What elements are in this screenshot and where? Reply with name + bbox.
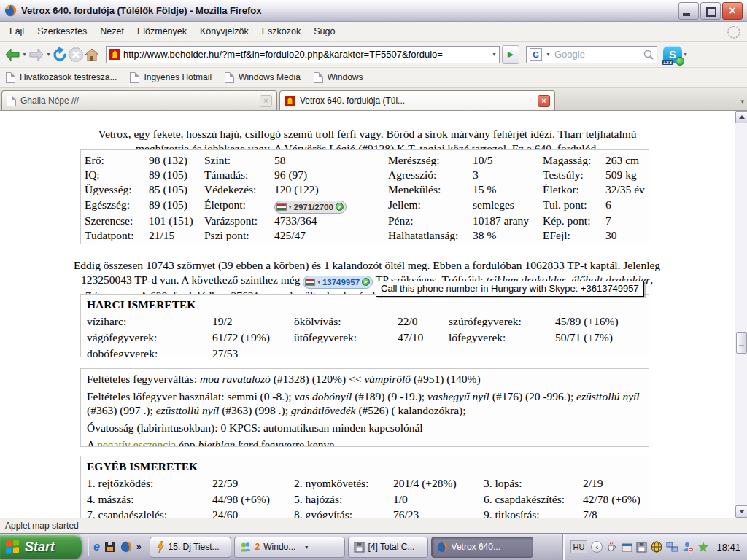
menu-file[interactable]: Fájl (3, 23, 31, 39)
menu-view[interactable]: Nézet (93, 23, 131, 39)
floppy-app-icon[interactable] (104, 541, 116, 553)
stat-value: 38 % (473, 228, 543, 243)
stat-value: 10187 arany (473, 214, 543, 228)
combat-skills-title: HARCI ISMERETEK (87, 298, 643, 311)
vertical-scrollbar[interactable] (735, 111, 747, 518)
restore-button[interactable] (700, 2, 721, 20)
bookmark-item[interactable]: Windows (314, 72, 363, 83)
stat-label: Egészség: (85, 198, 149, 214)
skill-value: 1/0 (393, 491, 484, 508)
skype-toolbar-button[interactable]: S 123 (663, 46, 682, 63)
toolbar-grip[interactable] (88, 538, 88, 556)
skype-number-badge[interactable]: ▾13749957 (303, 276, 373, 289)
url-input[interactable] (123, 49, 488, 60)
stat-value: 89 (105) (149, 168, 204, 182)
bookmark-item[interactable]: Ingyenes Hotmail (130, 72, 212, 83)
update-icon[interactable] (697, 541, 709, 553)
back-button[interactable] (4, 44, 21, 65)
task-firefox-vetrox[interactable]: Vetrox 640... (431, 537, 533, 558)
menu-edit[interactable]: Szerkesztés (31, 23, 93, 39)
forward-dropdown[interactable]: ▾ (45, 51, 52, 58)
search-bar[interactable]: G ▾ (526, 46, 657, 63)
messenger-status-icon[interactable] (682, 541, 694, 553)
skype-badge-dropdown[interactable]: ▾ (289, 200, 292, 214)
skill-label: ökölvívás: (294, 314, 398, 330)
skype-number-badge[interactable]: ▾2971/2700 (274, 201, 347, 214)
google-logo-icon: G (530, 48, 542, 61)
reload-button[interactable] (52, 44, 68, 65)
status-bar: Applet map started (0, 518, 747, 533)
skill-label: 5. hajózás: (294, 491, 393, 508)
bookmark-item[interactable]: Hivatkozások testresza... (6, 72, 117, 83)
skill-label: dobófegyverek: (87, 346, 212, 357)
task-total-commander[interactable]: [4] Total C... (348, 537, 428, 558)
page-content: Vetrox, egy fekete, hosszú hajú, csillog… (0, 111, 735, 518)
stat-value: 263 cm (605, 153, 649, 168)
floppy-tray-icon[interactable] (636, 542, 647, 553)
stat-value: 101 (151) (149, 214, 204, 228)
skype-call-icon[interactable] (362, 278, 370, 286)
bookmark-item[interactable]: Windows Media (225, 72, 301, 83)
url-bar[interactable]: ▾ (106, 46, 500, 63)
minimize-button[interactable] (678, 2, 699, 20)
tab-ghalla-nepe[interactable]: Ghalla Népe /// × (1, 90, 277, 110)
app-window-icon[interactable] (622, 542, 632, 553)
taskbar: Start e » 15. Dj Tiest... 2 Windo... ▾ [… (0, 533, 747, 560)
close-button[interactable]: × (722, 2, 743, 20)
task-winamp[interactable]: 15. Dj Tiest... (150, 537, 231, 558)
scroll-down-button[interactable] (735, 505, 747, 518)
internet-explorer-icon[interactable]: e (93, 540, 100, 553)
stop-button[interactable] (68, 44, 84, 65)
java-icon[interactable] (606, 541, 618, 553)
taskbar-clock[interactable]: 18:41 (716, 542, 740, 553)
stat-value: 32/35 év (605, 182, 649, 197)
menu-history[interactable]: Előzmények (131, 23, 193, 39)
search-engine-dropdown[interactable]: ▾ (545, 51, 551, 58)
tab-close-button[interactable]: × (538, 95, 550, 107)
stat-value: 85 (105) (149, 182, 204, 197)
search-icon[interactable] (643, 50, 654, 60)
url-dropdown[interactable]: ▾ (491, 51, 498, 58)
essence-link[interactable]: negatív esszencia (97, 438, 176, 447)
skill-label: lőfegyverek: (449, 330, 555, 346)
hungary-flag-icon (276, 203, 287, 211)
stat-value: semleges (473, 198, 543, 214)
stat-label: IQ: (85, 168, 149, 182)
menu-tools[interactable]: Eszközök (255, 23, 308, 39)
tab-close-button[interactable]: × (260, 95, 272, 107)
home-button[interactable] (84, 44, 100, 65)
network-icon[interactable] (666, 542, 678, 553)
forward-button[interactable] (28, 44, 45, 65)
stop-icon (68, 47, 84, 63)
firefox-quicklaunch-icon[interactable] (120, 541, 132, 553)
skype-call-icon[interactable] (336, 203, 344, 211)
language-indicator[interactable]: HU (570, 540, 588, 553)
stat-value: 10/5 (473, 153, 543, 168)
reload-icon (52, 47, 68, 63)
tab-list-dropdown[interactable]: ▾ (740, 98, 744, 105)
search-input[interactable] (554, 49, 640, 60)
arrow-up-icon (739, 115, 745, 119)
task-group-dropdown[interactable]: ▾ (301, 537, 308, 557)
hide-icons-chevron-button[interactable]: ‹ (591, 541, 603, 553)
back-dropdown[interactable]: ▾ (21, 51, 28, 58)
skill-value: 22/59 (212, 475, 294, 491)
skype-dropdown[interactable]: ▾ (682, 51, 689, 58)
scrollbar-thumb[interactable] (736, 332, 747, 354)
quick-launch-overflow-chevron[interactable]: » (136, 542, 142, 552)
skill-label: 3. lopás: (484, 475, 583, 491)
item-name: gránátlövedék (291, 404, 356, 416)
skype-badge-dropdown[interactable]: ▾ (317, 275, 320, 289)
menu-help[interactable]: Súgó (307, 23, 341, 39)
stat-label: Pénz: (388, 214, 473, 228)
skill-label: víziharc: (87, 314, 212, 330)
go-button[interactable]: ▶ (502, 45, 519, 64)
menu-bookmarks[interactable]: Könyvjelzők (193, 23, 255, 39)
tp-needed-value: 13749957 (322, 275, 360, 289)
start-button[interactable]: Start (0, 534, 82, 559)
tab-vetrox-fordulo[interactable]: Vetrox 640. fordulója (Túl... × (279, 90, 555, 110)
globe-icon[interactable] (651, 541, 662, 553)
skill-value: 45/89 (+16%) (555, 314, 643, 330)
task-messenger-group[interactable]: 2 Windo... ▾ (234, 537, 345, 558)
scroll-up-button[interactable] (735, 111, 747, 123)
